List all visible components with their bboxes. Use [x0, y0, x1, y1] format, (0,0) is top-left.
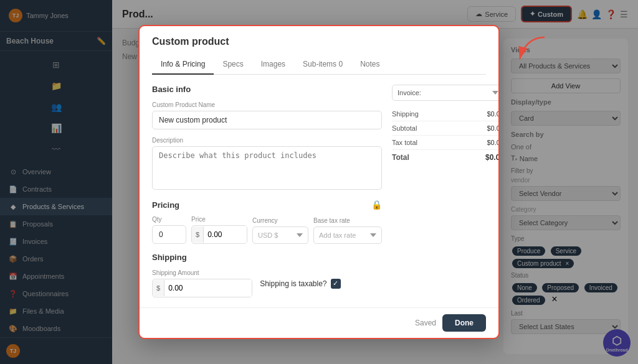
tab-specs[interactable]: Specs: [214, 55, 252, 75]
tax-field: Base tax rate Add tax rate: [313, 217, 382, 244]
shipping-amount-label: Shipping Amount: [152, 269, 252, 276]
invoice-line-total: Total $0.00: [392, 150, 498, 165]
shipping-prefix: $: [153, 280, 164, 296]
pricing-header: Pricing 🔒: [152, 200, 382, 210]
shipping-row: Shipping Amount $ Shipping is taxable? ✓: [152, 269, 382, 297]
modal-right: Invoice: Shipping $0.00 Subtotal $0.00 T…: [392, 85, 498, 297]
lock-icon[interactable]: 🔒: [371, 200, 382, 210]
shipping-input-wrap: $: [152, 279, 252, 297]
modal-left: Basic info Custom Product Name Descripti…: [152, 85, 382, 297]
modal-header: Custom product Info & Pricing Specs Imag…: [140, 26, 498, 75]
invoice-select[interactable]: Invoice:: [392, 85, 498, 101]
tax-select[interactable]: Add tax rate: [313, 226, 382, 244]
shipping-section: Shipping Shipping Amount $ Shipping is t…: [152, 253, 382, 297]
invoice-line-subtotal: Subtotal $0.00: [392, 121, 498, 136]
description-group: Description: [152, 137, 382, 192]
invoice-subtotal-value: $0.00: [487, 124, 498, 132]
invoice-total-label: Total: [392, 153, 409, 162]
qty-label: Qty: [152, 216, 186, 223]
modal-body: Basic info Custom Product Name Descripti…: [140, 75, 498, 307]
modal-tabs: Info & Pricing Specs Images Sub-items 0 …: [152, 55, 486, 75]
taxable-checkbox[interactable]: ✓: [331, 279, 341, 289]
product-name-input[interactable]: [152, 111, 382, 129]
invoice-shipping-label: Shipping: [392, 110, 419, 118]
invoice-total-value: $0.00: [485, 153, 498, 162]
price-prefix: $: [192, 226, 204, 243]
pricing-row: Qty Price $ Currency USD $: [152, 216, 382, 244]
shipping-amount-input[interactable]: [164, 279, 252, 297]
price-field: Price $: [191, 216, 247, 244]
pricing-title: Pricing: [152, 200, 179, 210]
product-name-group: Custom Product Name: [152, 101, 382, 129]
currency-field: Currency USD $: [252, 217, 308, 244]
qty-input[interactable]: [152, 225, 186, 244]
currency-label: Currency: [252, 217, 308, 224]
tab-subitems[interactable]: Sub-items 0: [294, 55, 351, 75]
tab-images[interactable]: Images: [252, 55, 294, 75]
tax-label: Base tax rate: [313, 217, 382, 224]
tab-info-pricing[interactable]: Info & Pricing: [152, 55, 214, 75]
description-label: Description: [152, 137, 382, 144]
invoice-subtotal-label: Subtotal: [392, 124, 417, 132]
modal-overlay: Custom product Info & Pricing Specs Imag…: [0, 0, 638, 364]
price-label: Price: [191, 216, 247, 223]
invoice-line-shipping: Shipping $0.00: [392, 107, 498, 121]
invoice-tax-value: $0.00: [487, 139, 498, 146]
product-name-label: Custom Product Name: [152, 101, 382, 108]
taxable-label-row: Shipping is taxable? ✓: [260, 279, 340, 289]
done-button[interactable]: Done: [442, 314, 486, 332]
basic-info-title: Basic info: [152, 85, 382, 94]
shipping-title: Shipping: [152, 253, 382, 262]
invoice-shipping-value: $0.00: [487, 110, 498, 118]
qty-field: Qty: [152, 216, 186, 244]
price-input-wrap: $: [191, 225, 247, 244]
currency-select[interactable]: USD $: [252, 226, 308, 244]
invoice-tax-label: Tax total: [392, 139, 417, 146]
modal-footer: Saved Done: [140, 307, 498, 338]
modal-title: Custom product: [152, 36, 486, 47]
invoice-line-tax: Tax total $0.00: [392, 136, 498, 150]
description-textarea[interactable]: [152, 146, 382, 190]
custom-product-modal: Custom product Info & Pricing Specs Imag…: [138, 25, 500, 339]
saved-text: Saved: [415, 319, 436, 327]
price-input[interactable]: [204, 226, 247, 243]
taxable-text: Shipping is taxable?: [260, 279, 326, 288]
shipping-amount-group: Shipping Amount $: [152, 269, 252, 297]
tab-notes[interactable]: Notes: [351, 55, 388, 75]
